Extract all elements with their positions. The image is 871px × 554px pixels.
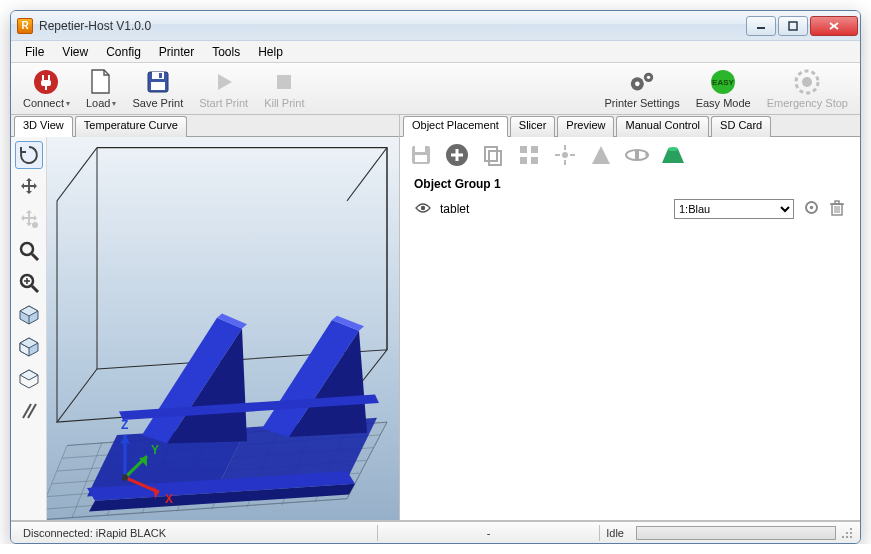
menu-config[interactable]: Config <box>98 43 149 61</box>
3d-viewport[interactable]: X Y Z <box>47 137 399 520</box>
svg-rect-12 <box>151 82 165 90</box>
view-object-button[interactable] <box>658 140 688 170</box>
svg-text:Z: Z <box>121 417 129 431</box>
start-print-button[interactable]: Start Print <box>191 66 256 111</box>
save-plate-button[interactable] <box>406 140 436 170</box>
status-bar: Disconnected: iRapid BLACK - Idle <box>11 521 860 543</box>
tab-preview[interactable]: Preview <box>557 116 614 137</box>
status-progress-bar <box>636 526 836 540</box>
right-panel-body: Object Group 1 tablet 1:Blau <box>400 137 860 520</box>
svg-rect-65 <box>489 151 501 165</box>
menu-tools[interactable]: Tools <box>204 43 248 61</box>
rotate-object-button[interactable] <box>622 140 652 170</box>
svg-rect-7 <box>41 80 51 86</box>
rotate-view-button[interactable] <box>15 141 43 169</box>
menu-printer[interactable]: Printer <box>151 43 202 61</box>
connect-button[interactable]: Connect▾ <box>15 66 78 111</box>
move-object-icon <box>18 208 40 230</box>
printer-settings-label: Printer Settings <box>604 97 679 109</box>
move-object-button[interactable] <box>15 205 43 233</box>
cube-iso-icon <box>17 303 41 327</box>
svg-line-26 <box>32 286 38 292</box>
printer-settings-button[interactable]: Printer Settings <box>596 66 687 111</box>
svg-point-23 <box>21 243 33 255</box>
move-view-button[interactable] <box>15 173 43 201</box>
load-button[interactable]: Load▾ <box>78 66 124 111</box>
left-panel-body: X Y Z <box>11 137 399 520</box>
view-iso-b-button[interactable] <box>15 333 43 361</box>
frustum-icon <box>660 145 686 165</box>
rotate-icon <box>18 144 40 166</box>
minimize-button[interactable] <box>746 16 776 36</box>
object-name[interactable]: tablet <box>440 202 666 216</box>
resize-grip[interactable] <box>840 526 854 540</box>
connect-label: Connect <box>23 97 64 109</box>
tab-sd-card[interactable]: SD Card <box>711 116 771 137</box>
autoplace-button[interactable] <box>514 140 544 170</box>
visibility-toggle[interactable] <box>414 202 432 217</box>
tab-3d-view[interactable]: 3D View <box>14 116 73 137</box>
kill-print-button[interactable]: Kill Print <box>256 66 312 111</box>
copy-icon <box>481 143 505 167</box>
left-panel: 3D View Temperature Curve <box>11 115 399 520</box>
svg-rect-11 <box>159 73 162 78</box>
chevron-down-icon: ▾ <box>66 99 70 108</box>
zoom-button[interactable] <box>15 237 43 265</box>
svg-point-70 <box>562 152 568 158</box>
copy-object-button[interactable] <box>478 140 508 170</box>
gears-icon <box>628 68 656 96</box>
svg-point-77 <box>668 147 678 151</box>
svg-rect-67 <box>531 146 538 153</box>
svg-rect-5 <box>42 75 44 80</box>
svg-point-15 <box>635 82 640 87</box>
status-connection: Disconnected: iRapid BLACK <box>17 527 377 539</box>
svg-rect-83 <box>835 201 839 204</box>
object-delete-button[interactable] <box>828 200 846 219</box>
center-object-button[interactable] <box>550 140 580 170</box>
zoom-fit-button[interactable] <box>15 269 43 297</box>
menu-help[interactable]: Help <box>250 43 291 61</box>
emergency-stop-icon <box>793 68 821 96</box>
status-state: Idle <box>600 527 630 539</box>
tab-slicer[interactable]: Slicer <box>510 116 556 137</box>
tab-temperature-curve[interactable]: Temperature Curve <box>75 116 187 137</box>
add-object-button[interactable] <box>442 140 472 170</box>
close-button[interactable] <box>810 16 858 36</box>
parallel-projection-button[interactable] <box>15 397 43 425</box>
svg-line-24 <box>32 254 38 260</box>
menu-view[interactable]: View <box>54 43 96 61</box>
emergency-stop-button[interactable]: Emergency Stop <box>759 66 856 111</box>
svg-rect-60 <box>415 155 427 162</box>
svg-rect-68 <box>520 157 527 164</box>
left-tabstrip: 3D View Temperature Curve <box>11 115 399 137</box>
scale-object-button[interactable] <box>586 140 616 170</box>
titlebar: R Repetier-Host V1.0.0 <box>11 11 860 41</box>
center-icon <box>553 143 577 167</box>
svg-point-21 <box>802 77 812 87</box>
menu-file[interactable]: File <box>17 43 52 61</box>
right-panel: Object Placement Slicer Preview Manual C… <box>399 115 860 520</box>
tab-object-placement[interactable]: Object Placement <box>403 116 508 137</box>
easy-mode-button[interactable]: EASY Easy Mode <box>688 66 759 111</box>
tab-manual-control[interactable]: Manual Control <box>616 116 709 137</box>
menu-bar: File View Config Printer Tools Help <box>11 41 860 63</box>
view-iso-c-button[interactable] <box>15 365 43 393</box>
svg-rect-13 <box>277 75 291 89</box>
svg-point-78 <box>421 205 425 209</box>
maximize-button[interactable] <box>778 16 808 36</box>
save-print-button[interactable]: Save Print <box>124 66 191 111</box>
object-row: tablet 1:Blau <box>410 197 850 221</box>
object-settings-button[interactable] <box>802 200 820 218</box>
status-middle: - <box>378 527 599 539</box>
svg-point-17 <box>647 76 650 79</box>
save-icon <box>409 143 433 167</box>
svg-point-92 <box>850 536 852 538</box>
material-select[interactable]: 1:Blau <box>674 199 794 219</box>
svg-rect-59 <box>415 146 425 152</box>
zoom-icon <box>18 240 40 262</box>
placement-toolbar <box>400 137 860 173</box>
view-iso-a-button[interactable] <box>15 301 43 329</box>
cube-front-icon <box>17 335 41 359</box>
svg-rect-64 <box>485 147 497 161</box>
svg-point-57 <box>122 474 128 480</box>
